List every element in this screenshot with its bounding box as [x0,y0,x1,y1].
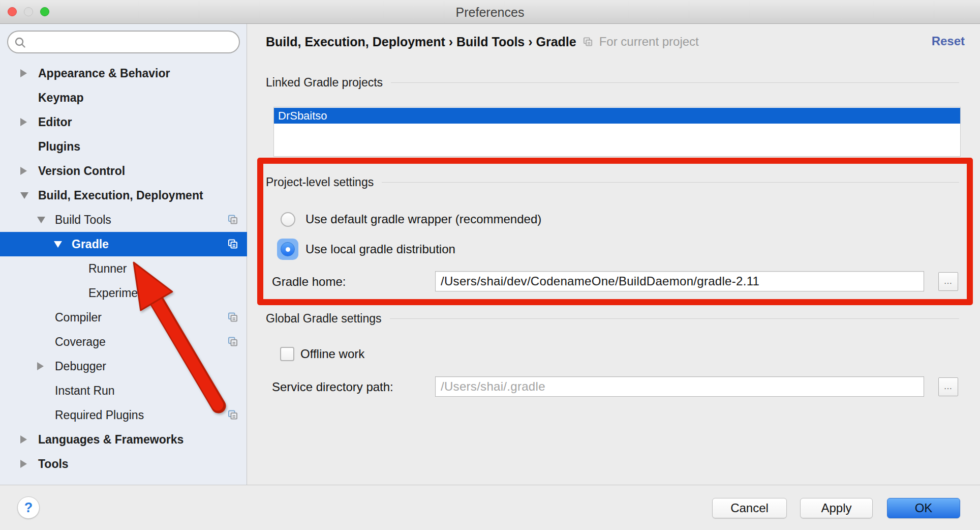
scope-note: For current project [599,35,699,49]
apply-button[interactable]: Apply [800,498,873,518]
tree-expand-arrow[interactable] [37,362,55,370]
tree-expand-arrow[interactable] [20,192,38,199]
section-divider [391,82,959,83]
shared-settings-icon [227,336,238,347]
breadcrumb: Build, Execution, Deployment › Build Too… [266,35,576,49]
sidebar-item-coverage[interactable]: Coverage [0,330,247,354]
sidebar-item-compiler[interactable]: Compiler [0,305,247,330]
radio-default-wrapper[interactable] [277,209,298,230]
sidebar-item-gradle[interactable]: Gradle [0,232,247,256]
tree-expand-arrow[interactable] [20,435,38,444]
sidebar-item-runner[interactable]: Runner [0,256,247,281]
list-item-project[interactable]: DrSbaitso [274,108,960,124]
radio-default-label: Use default gradle wrapper (recommended) [305,212,541,226]
shared-settings-icon [227,312,238,323]
titlebar: Preferences [0,0,980,24]
sidebar-item-appearance-behavior[interactable]: Appearance & Behavior [0,61,247,85]
help-button[interactable]: ? [17,496,40,519]
ok-button[interactable]: OK [887,498,960,518]
sidebar-item-label: Compiler [55,311,102,325]
section-divider [390,318,959,319]
global-gradle-title: Global Gradle settings [266,312,382,326]
tree-expand-arrow[interactable] [20,167,38,175]
tree-expand-arrow[interactable] [37,217,55,223]
linked-projects-list[interactable]: DrSbaitso [273,107,961,157]
sidebar-item-label: Build, Execution, Deployment [38,189,203,202]
project-level-title: Project-level settings [266,175,374,189]
sidebar-item-keymap[interactable]: Keymap [0,85,247,110]
linked-projects-title: Linked Gradle projects [266,76,383,90]
sidebar-item-label: Gradle [72,238,109,251]
sidebar-item-label: Plugins [38,140,80,154]
dialog-footer: ? Cancel Apply OK [0,485,980,530]
sidebar-item-label: Build Tools [55,213,111,227]
for-current-project-icon [583,37,593,47]
service-dir-input[interactable] [435,376,924,397]
sidebar-item-label: Debugger [55,360,106,373]
search-icon [14,36,27,49]
offline-work-label: Offline work [300,347,364,361]
sidebar-item-label: Coverage [55,335,106,349]
service-dir-label: Service directory path: [272,380,393,394]
offline-work-checkbox[interactable] [280,347,294,361]
tree-expand-arrow[interactable] [20,69,38,77]
service-dir-browse-button[interactable]: … [938,377,958,396]
radio-local-distribution[interactable] [277,239,298,260]
sidebar-item-debugger[interactable]: Debugger [0,354,247,378]
radio-local-label: Use local gradle distribution [305,242,455,256]
sidebar-item-required-plugins[interactable]: Required Plugins [0,403,247,427]
cancel-button[interactable]: Cancel [712,498,787,518]
settings-sidebar: Appearance & Behavior Keymap Editor [0,24,247,485]
gradle-settings-panel: Build, Execution, Deployment › Build Too… [248,24,980,485]
sidebar-item-label: Required Plugins [55,408,144,422]
gradle-home-input[interactable] [435,271,924,291]
sidebar-item-version-control[interactable]: Version Control [0,159,247,183]
section-divider [382,182,959,183]
tree-expand-arrow[interactable] [20,118,38,126]
tree-expand-arrow[interactable] [20,460,38,468]
window-title: Preferences [0,5,980,20]
sidebar-item-instant-run[interactable]: Instant Run [0,378,247,403]
reset-link[interactable]: Reset [932,34,965,48]
sidebar-item-label: Editor [38,115,72,129]
sidebar-item-experimental[interactable]: Experimental [0,281,247,305]
settings-tree: Appearance & Behavior Keymap Editor [0,61,247,476]
sidebar-item-label: Experimental [88,286,157,300]
search-box[interactable] [7,31,240,53]
sidebar-item-label: Appearance & Behavior [38,67,170,80]
sidebar-item-build-tools[interactable]: Build Tools [0,208,247,232]
sidebar-item-build-execution-deployment[interactable]: Build, Execution, Deployment [0,183,247,208]
gradle-home-browse-button[interactable]: … [938,272,958,291]
sidebar-item-languages-frameworks[interactable]: Languages & Frameworks [0,427,247,452]
sidebar-item-label: Instant Run [55,384,115,398]
sidebar-item-label: Tools [38,457,69,471]
sidebar-item-editor[interactable]: Editor [0,110,247,134]
sidebar-item-label: Keymap [38,91,83,105]
sidebar-item-label: Runner [88,262,127,276]
sidebar-item-tools[interactable]: Tools [0,452,247,476]
search-input[interactable] [30,33,234,51]
sidebar-item-label: Languages & Frameworks [38,433,183,447]
tree-expand-arrow[interactable] [54,241,72,248]
shared-settings-icon [227,409,238,421]
gradle-home-label: Gradle home: [272,275,346,289]
shared-settings-icon [227,239,238,250]
sidebar-item-label: Version Control [38,164,125,178]
sidebar-item-plugins[interactable]: Plugins [0,134,247,159]
shared-settings-icon [227,214,238,225]
